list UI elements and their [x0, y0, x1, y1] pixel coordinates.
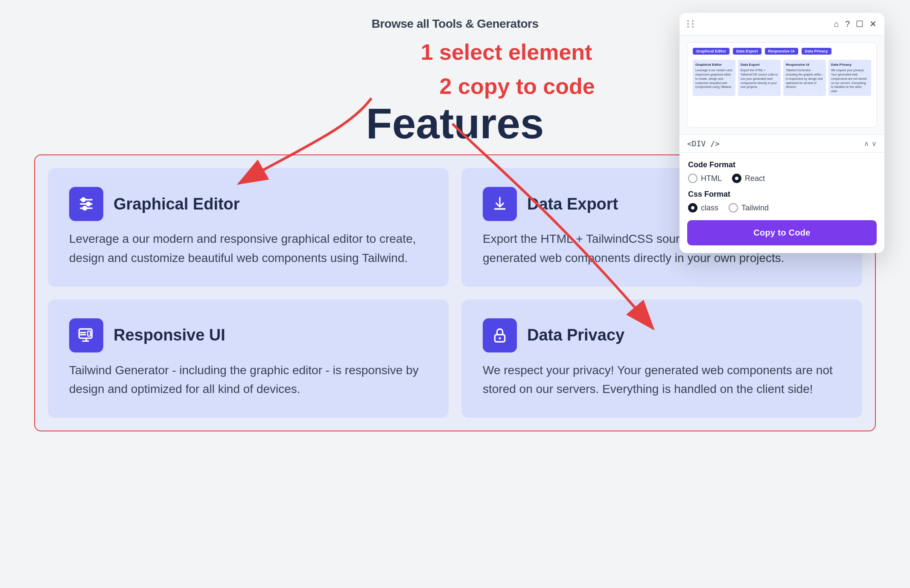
radio-class[interactable]: class — [688, 203, 718, 212]
lock-icon — [491, 327, 508, 344]
download-icon — [491, 195, 508, 212]
radio-class-label: class — [701, 204, 718, 212]
svg-point-3 — [82, 198, 85, 201]
feature-card-header: Data Privacy — [483, 318, 841, 352]
help-icon[interactable]: ? — [845, 19, 850, 29]
radio-circle-html — [688, 174, 697, 183]
features-heading: Features — [366, 99, 544, 148]
close-icon[interactable]: ✕ — [869, 19, 877, 29]
popup-toolbar-icons: ⌂ ? ☐ ✕ — [834, 19, 877, 29]
feature-card-data-privacy: Data Privacy We respect your privacy! Yo… — [461, 300, 862, 418]
preview-tab-export[interactable]: Data Export — [733, 48, 761, 55]
radio-react[interactable]: React — [732, 174, 765, 183]
sliders-icon — [78, 195, 95, 212]
feature-card-header: Responsive UI — [69, 318, 427, 352]
copy-to-code-button[interactable]: Copy to Code — [687, 220, 877, 245]
radio-tailwind[interactable]: Tailwind — [729, 203, 769, 212]
preview-mini-card-4-text: We respect your privacy! Your generated … — [831, 68, 869, 93]
code-format-radio-group: HTML React — [688, 174, 876, 183]
radio-html[interactable]: HTML — [688, 174, 722, 183]
data-export-icon-box — [483, 187, 517, 221]
annotation-step1: 1 select element — [421, 39, 592, 65]
svg-rect-7 — [88, 331, 90, 336]
preview-tab-graphical[interactable]: Graphical Editor — [693, 48, 729, 55]
popup-element-row: <DIV /> ∧ ∨ — [680, 135, 884, 153]
svg-point-5 — [83, 207, 87, 210]
chevron-up-icon[interactable]: ∧ — [864, 140, 869, 148]
radio-html-label: HTML — [701, 174, 722, 183]
preview-tab-responsive[interactable]: Responsive UI — [765, 48, 798, 55]
chevron-down-icon[interactable]: ∨ — [872, 140, 877, 148]
drag-handle[interactable] — [687, 20, 695, 28]
preview-mini-card-3: Responsive UI Tailwind Generator - inclu… — [783, 60, 826, 96]
radio-circle-tailwind — [729, 203, 738, 212]
graphical-editor-title: Graphical Editor — [114, 195, 240, 213]
preview-mini-card-3-title: Responsive UI — [786, 62, 823, 67]
page-background: Browse all Tools & Generators 1 select e… — [0, 0, 910, 588]
preview-tab-privacy[interactable]: Data Privacy — [802, 48, 831, 55]
css-format-label: Css Format — [688, 190, 876, 199]
popup-preview: Graphical Editor Data Export Responsive … — [680, 35, 884, 135]
chat-icon[interactable]: ☐ — [856, 19, 863, 29]
css-format-group: Css Format class Tailwind — [688, 190, 876, 212]
preview-mini-card-1: Graphical Editor Leverage a our modern a… — [693, 60, 735, 96]
feature-card-responsive-ui: Responsive UI Tailwind Generator - inclu… — [48, 300, 449, 418]
css-format-radio-group: class Tailwind — [688, 203, 876, 212]
radio-react-label: React — [745, 174, 765, 183]
preview-mini-card-3-text: Tailwind Generator - including the graph… — [786, 68, 823, 89]
data-privacy-title: Data Privacy — [527, 326, 624, 344]
radio-tailwind-label: Tailwind — [741, 204, 769, 212]
preview-mini-card-4-title: Data Privacy — [831, 62, 869, 67]
code-format-group: Code Format HTML React — [688, 160, 876, 183]
preview-mini-card-2-title: Data Export — [741, 62, 778, 67]
data-privacy-desc: We respect your privacy! Your generated … — [483, 361, 841, 399]
code-format-label: Code Format — [688, 160, 876, 169]
data-export-title: Data Export — [527, 195, 618, 213]
popup-toolbar-left — [687, 20, 695, 28]
preview-mini-card-1-title: Graphical Editor — [695, 62, 733, 67]
monitor-icon — [78, 327, 95, 344]
graphical-editor-icon-box — [69, 187, 103, 221]
preview-mini-grid: Graphical Editor Leverage a our modern a… — [693, 60, 871, 96]
preview-mini-card-2: Data Export Export the HTML + TailwindCS… — [738, 60, 781, 96]
popup-chevrons: ∧ ∨ — [864, 140, 877, 148]
preview-mini-card-1-text: Leverage a our modern and responsive gra… — [695, 68, 733, 89]
popup-toolbar: ⌂ ? ☐ ✕ — [680, 13, 884, 35]
svg-point-4 — [87, 202, 90, 206]
home-icon[interactable]: ⌂ — [834, 19, 839, 29]
responsive-ui-icon-box — [69, 318, 103, 352]
preview-mini-card-2-text: Export the HTML + TailwindCSS source cod… — [741, 68, 778, 89]
responsive-ui-desc: Tailwind Generator - including the graph… — [69, 361, 427, 399]
popup-options: Code Format HTML React Css Format — [680, 153, 884, 220]
preview-inner: Graphical Editor Data Export Responsive … — [687, 42, 877, 128]
radio-circle-class — [688, 203, 697, 212]
responsive-ui-title: Responsive UI — [114, 326, 225, 344]
preview-mini-card-4: Data Privacy We respect your privacy! Yo… — [828, 60, 871, 96]
popup-panel: ⌂ ? ☐ ✕ Graphical Editor Data Export Res… — [680, 13, 884, 253]
data-privacy-icon-box — [483, 318, 517, 352]
feature-card-header: Graphical Editor — [69, 187, 427, 221]
graphical-editor-desc: Leverage a our modern and responsive gra… — [69, 230, 427, 268]
radio-circle-react — [732, 174, 741, 183]
element-tag-label: <DIV /> — [687, 139, 720, 148]
svg-point-11 — [499, 337, 501, 339]
preview-tabs: Graphical Editor Data Export Responsive … — [693, 48, 871, 55]
feature-card-graphical-editor: Graphical Editor Leverage a our modern a… — [48, 168, 449, 287]
annotation-step2: 2 copy to code — [440, 73, 595, 99]
